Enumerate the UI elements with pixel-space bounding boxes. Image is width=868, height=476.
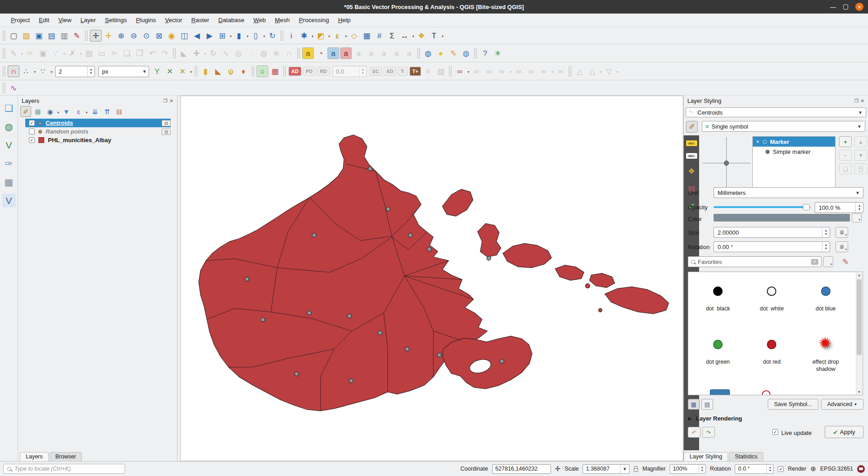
panel-close-icon[interactable]: ✕ [170, 98, 173, 103]
vertex-tool-icon[interactable]: ✗▾ [66, 47, 78, 59]
undo-icon[interactable]: ↶ [146, 47, 158, 59]
diagram-rotate-icon[interactable]: ∞ [525, 65, 537, 77]
zoom-full-icon[interactable]: ⊠ [153, 30, 165, 42]
statistics-icon[interactable]: Σ [386, 30, 398, 42]
annotation-pencil-icon[interactable]: ✎ [448, 47, 459, 59]
open-layer-styling-icon[interactable]: ✐ [20, 106, 31, 117]
cad-dock-icon[interactable]: ◣ [178, 47, 190, 59]
zoom-native-icon[interactable]: ⊙ [140, 30, 152, 42]
open-project-icon[interactable]: ▨ [20, 30, 32, 42]
db-manager-icon[interactable]: ▮ [200, 65, 211, 77]
placemark-icon[interactable]: ♦ [238, 65, 249, 77]
layer-visibility-checkbox[interactable]: ✓ [29, 137, 35, 143]
save-layer-edits-icon[interactable]: ▣ [37, 47, 49, 59]
crs-globe-icon[interactable]: ⊕ [810, 465, 816, 473]
zoom-out-icon[interactable]: ⊖ [128, 30, 140, 42]
save-project-icon[interactable]: ▣ [33, 30, 45, 42]
move-feature-icon[interactable]: ✚▾ [191, 47, 202, 59]
menu-edit[interactable]: Edit [34, 15, 54, 25]
scroll-thumb[interactable] [857, 279, 862, 355]
toggle-editing-icon[interactable]: ✏ [24, 47, 36, 59]
filter-legend-icon[interactable]: ▼ [61, 106, 72, 117]
snap-intersection-icon[interactable]: ✕ [164, 65, 176, 77]
diagram-hide-icon[interactable]: ∞▾ [496, 65, 508, 77]
symbol-effect-drop-shadow[interactable]: effect drop shadow [799, 330, 853, 383]
plugin-icon[interactable]: ✳ [492, 47, 504, 59]
opacity-slider[interactable] [714, 204, 811, 210]
toolbar-handle[interactable] [297, 48, 300, 58]
copy-features-icon[interactable]: ❏ [121, 47, 133, 59]
topological-editing-icon[interactable]: Y [151, 65, 163, 77]
snapping-segment-icon[interactable]: ∵▾ [37, 65, 49, 77]
apply-button[interactable]: ✔Apply [825, 426, 863, 438]
tab-layer-styling[interactable]: Layer Styling [684, 452, 728, 461]
title-bar[interactable]: *05 Basic Vector Processing & Analysis -… [0, 0, 868, 14]
clear-search-icon[interactable]: ✕ [811, 259, 818, 265]
georeferencer-icon[interactable]: ◣ [212, 65, 224, 77]
maximize-icon[interactable] [843, 5, 848, 9]
simplify-feature-icon[interactable]: ∿ [220, 47, 232, 59]
trace-minus-chip[interactable]: T- [398, 67, 408, 76]
cad-rd-chip[interactable]: RD [317, 67, 330, 76]
size-data-defined-icon[interactable]: ≣ [835, 227, 848, 238]
redo-icon[interactable]: ↷ [159, 47, 171, 59]
tab-statistics[interactable]: Statistics [729, 452, 763, 461]
web-globe-icon[interactable]: ◍ [460, 47, 472, 59]
symbol-dot-red[interactable]: dot red [745, 330, 798, 383]
callouts-tab-icon[interactable]: abc [686, 153, 698, 159]
toolbar-handle[interactable] [569, 66, 571, 76]
identify-features-icon[interactable]: i [285, 30, 297, 42]
size-spin[interactable]: 2.00000▲▼ [714, 227, 830, 238]
diagram-pin-icon[interactable]: ∞▾ [454, 65, 466, 77]
new-project-icon[interactable]: ▢ [8, 30, 19, 42]
pan-to-selection-icon[interactable]: ✛ [103, 30, 114, 42]
undo-style-button[interactable]: ↶ [688, 427, 700, 438]
help-icon[interactable]: ? [479, 47, 491, 59]
layer-rendering-section[interactable]: ▶ Layer Rendering [688, 415, 742, 422]
map-themes-icon[interactable]: ◉▾ [45, 106, 56, 117]
osm-duck-icon[interactable]: ● [435, 47, 447, 59]
labeling-rule-icon[interactable]: a [340, 47, 352, 59]
measure-icon[interactable]: ↔▾ [399, 30, 411, 42]
menu-mesh[interactable]: Mesh [271, 15, 294, 25]
duplicate-symbol-layer-button[interactable]: ❏ [839, 163, 852, 174]
tab-layers[interactable]: Layers [20, 452, 49, 461]
render-checkbox[interactable]: ✓ [778, 466, 784, 472]
collapse-all-icon[interactable]: ⇈ [102, 106, 112, 117]
zoom-to-selection-icon[interactable]: ◉ [166, 30, 177, 42]
unit-combo[interactable]: Millimeters▼ [714, 187, 863, 198]
new-geopackage-icon[interactable]: ◍ [2, 120, 16, 133]
map-tips-icon[interactable]: ❖ [415, 30, 427, 42]
toolbar-handle[interactable] [417, 48, 420, 58]
diagram-unpin-icon[interactable]: ∞ [471, 65, 482, 77]
picture-icon[interactable]: ▧ [435, 65, 447, 77]
symbol-dot-white[interactable]: dot white [745, 277, 798, 330]
symbol-tree-marker[interactable]: ▼ Marker [753, 137, 835, 147]
toolbar-handle[interactable] [3, 83, 5, 93]
expand-icon[interactable]: ▼ [756, 140, 760, 144]
magnifier-spin[interactable]: 100%▲▼ [670, 464, 706, 474]
renderer-combo[interactable]: ≡ Single symbol ▼ [702, 121, 865, 132]
remove-layer-icon[interactable]: ⊟ [114, 106, 125, 117]
new-shapefile-icon[interactable]: V [2, 138, 16, 152]
zoom-next-icon[interactable]: ▶ [204, 30, 215, 42]
field-calculator-icon[interactable]: # [373, 30, 385, 42]
menu-settings[interactable]: Settings [100, 15, 131, 25]
menu-vector[interactable]: Vector [160, 15, 187, 25]
toolbar-handle[interactable] [283, 66, 286, 76]
mesh-digitize-icon[interactable]: △ [574, 65, 585, 77]
fill-ring-icon[interactable]: ◍ [258, 47, 270, 59]
rotation-spin[interactable]: 0.00 °▲▼ [714, 241, 830, 252]
move-up-button[interactable]: ▲ [854, 136, 867, 147]
cad-ad-chip[interactable]: AD [289, 67, 301, 76]
equalizer-icon[interactable]: ≡ [422, 65, 434, 77]
symbol-dot-green[interactable]: dot green [691, 330, 745, 383]
minimize-icon[interactable]: — [830, 4, 836, 10]
add-group-icon[interactable]: ⊞ [33, 106, 43, 117]
search-filter-dropdown-icon[interactable] [823, 256, 833, 267]
scroll-up-icon[interactable]: ▲ [856, 273, 862, 277]
scroll-down-icon[interactable]: ▼ [856, 390, 862, 393]
run-feature-action-icon[interactable]: ✱▾ [298, 30, 310, 42]
styling-layer-combo[interactable]: °∴ Centroids ▼ [686, 107, 866, 117]
add-feature-icon[interactable]: ∵▾ [50, 47, 61, 59]
